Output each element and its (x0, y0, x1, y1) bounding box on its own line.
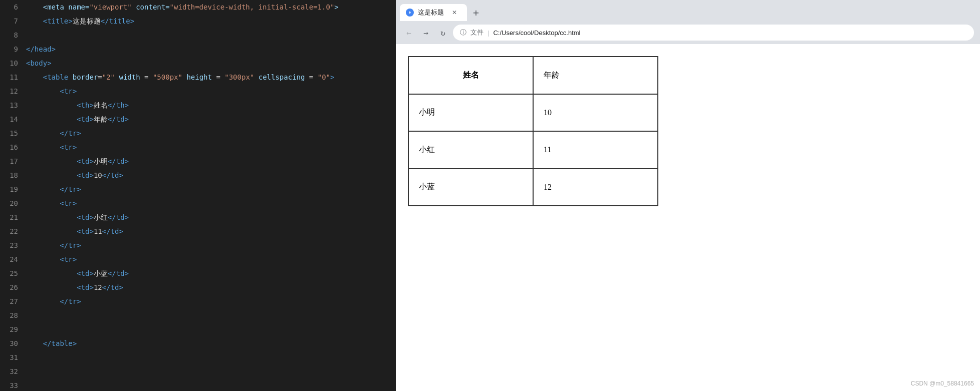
line-number: 25 (0, 266, 26, 280)
cell-name-1: 小明 (408, 94, 533, 132)
url-separator: | (487, 29, 489, 37)
rendered-table: 姓名 年龄 小明 10 小红 11 小蓝 12 (408, 56, 658, 206)
code-line: 10<body> (0, 56, 396, 70)
code-line: 23 </tr> (0, 238, 396, 252)
code-line: 9</head> (0, 42, 396, 56)
header-name: 姓名 (408, 57, 533, 94)
line-content: <table border="2" width = "500px" height… (26, 70, 396, 84)
code-line: 33 (0, 378, 396, 391)
code-line: 18 <td>10</td> (0, 168, 396, 182)
line-number: 18 (0, 168, 26, 182)
cell-name-2: 小红 (408, 131, 533, 169)
code-line: 6 <meta name="viewport" content="width=d… (0, 0, 396, 14)
code-line: 8 (0, 28, 396, 42)
line-content: <td>12</td> (26, 280, 396, 294)
forward-button[interactable]: → (419, 26, 433, 40)
line-number: 24 (0, 252, 26, 266)
back-button[interactable]: ← (402, 26, 416, 40)
url-bar[interactable]: ⓘ 文件 | C:/Users/cool/Desktop/cc.html (453, 25, 974, 41)
line-number: 9 (0, 42, 26, 56)
line-number: 33 (0, 378, 26, 391)
cell-age-2: 11 (533, 131, 658, 169)
line-content: <meta name="viewport" content="width=dev… (26, 0, 396, 14)
line-number: 31 (0, 350, 26, 364)
code-line: 22 <td>11</td> (0, 224, 396, 238)
line-number: 12 (0, 84, 26, 98)
reload-button[interactable]: ↻ (436, 26, 450, 40)
watermark: CSDN @m0_58841665 (911, 380, 974, 387)
line-number: 7 (0, 14, 26, 28)
secure-icon: ⓘ (460, 28, 466, 37)
line-number: 10 (0, 56, 26, 70)
code-line: 11 <table border="2" width = "500px" hei… (0, 70, 396, 84)
browser-chrome: 这是标题 ✕ + ← → ↻ ⓘ 文件 | C:/Users/cool/Desk… (396, 0, 980, 44)
code-line: 14 <td>年龄</td> (0, 112, 396, 126)
line-number: 32 (0, 364, 26, 378)
code-line: 16 <tr> (0, 140, 396, 154)
code-line: 24 <tr> (0, 252, 396, 266)
table-row: 小明 10 (408, 94, 658, 132)
code-line: 7 <title>这是标题</title> (0, 14, 396, 28)
code-line: 28 (0, 308, 396, 322)
tab-close-button[interactable]: ✕ (450, 8, 459, 17)
tab-title: 这是标题 (418, 8, 444, 17)
code-line: 20 <tr> (0, 196, 396, 210)
cell-age-3: 12 (533, 169, 658, 206)
line-number: 8 (0, 28, 26, 42)
cell-age-1: 10 (533, 94, 658, 132)
line-number: 28 (0, 308, 26, 322)
code-line: 17 <td>小明</td> (0, 154, 396, 168)
line-content: <body> (26, 56, 396, 70)
line-content: <tr> (26, 140, 396, 154)
line-content: </head> (26, 42, 396, 56)
code-editor: 6 <meta name="viewport" content="width=d… (0, 0, 396, 391)
cell-name-3: 小蓝 (408, 169, 533, 206)
line-number: 11 (0, 70, 26, 84)
line-number: 14 (0, 112, 26, 126)
header-age: 年龄 (533, 57, 658, 94)
line-number: 6 (0, 0, 26, 14)
url-text: C:/Users/cool/Desktop/cc.html (493, 29, 580, 37)
line-content: </tr> (26, 238, 396, 252)
browser-panel: 这是标题 ✕ + ← → ↻ ⓘ 文件 | C:/Users/cool/Desk… (396, 0, 980, 391)
code-line: 15 </tr> (0, 126, 396, 140)
line-content: <tr> (26, 196, 396, 210)
line-content: <tr> (26, 84, 396, 98)
code-line: 29 (0, 322, 396, 336)
line-content: <td>10</td> (26, 168, 396, 182)
code-line: 31 (0, 350, 396, 364)
line-number: 27 (0, 294, 26, 308)
line-content: </tr> (26, 294, 396, 308)
line-number: 17 (0, 154, 26, 168)
line-content: <tr> (26, 252, 396, 266)
code-line: 26 <td>12</td> (0, 280, 396, 294)
code-line: 30 </table> (0, 336, 396, 350)
line-number: 26 (0, 280, 26, 294)
browser-tab[interactable]: 这是标题 ✕ (400, 4, 467, 21)
line-number: 30 (0, 336, 26, 350)
tab-bar: 这是标题 ✕ + (396, 0, 980, 21)
line-number: 20 (0, 196, 26, 210)
line-content: <td>11</td> (26, 224, 396, 238)
tab-favicon (406, 9, 414, 17)
line-number: 19 (0, 182, 26, 196)
url-prefix: 文件 (470, 28, 483, 37)
line-number: 16 (0, 140, 26, 154)
code-line: 13 <th>姓名</th> (0, 98, 396, 112)
line-content: <td>小明</td> (26, 154, 396, 168)
line-content: <td>年龄</td> (26, 112, 396, 126)
line-number: 21 (0, 210, 26, 224)
line-number: 29 (0, 322, 26, 336)
line-content: </table> (26, 336, 396, 350)
new-tab-button[interactable]: + (469, 6, 483, 20)
code-line: 21 <td>小红</td> (0, 210, 396, 224)
browser-content: 姓名 年龄 小明 10 小红 11 小蓝 12 (396, 44, 980, 391)
code-line: 25 <td>小蓝</td> (0, 266, 396, 280)
address-bar: ← → ↻ ⓘ 文件 | C:/Users/cool/Desktop/cc.ht… (396, 21, 980, 44)
line-number: 22 (0, 224, 26, 238)
table-header-row: 姓名 年龄 (408, 57, 658, 94)
line-content: <td>小蓝</td> (26, 266, 396, 280)
code-line: 27 </tr> (0, 294, 396, 308)
code-line: 12 <tr> (0, 84, 396, 98)
line-number: 15 (0, 126, 26, 140)
